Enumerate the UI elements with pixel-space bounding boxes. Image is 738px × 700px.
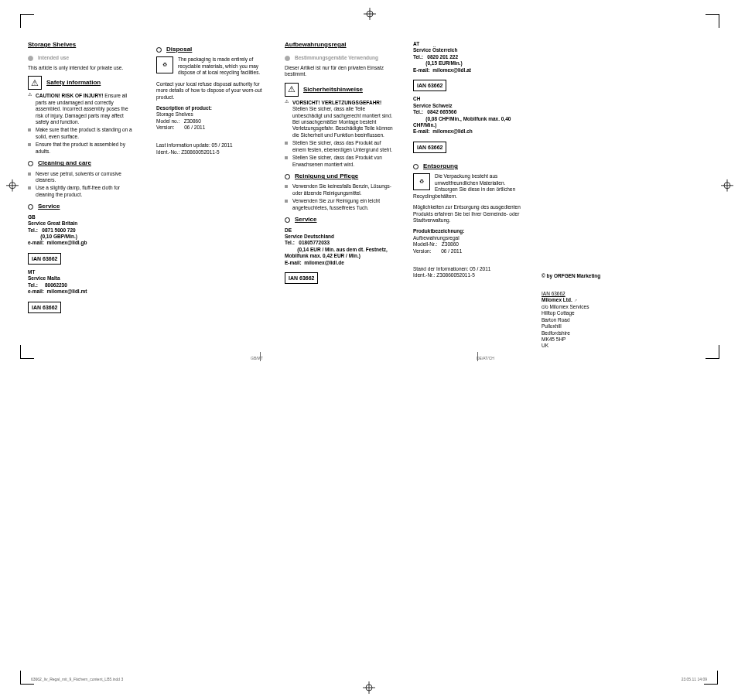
registration-mark-icon — [721, 179, 733, 193]
bullet-icon — [413, 164, 419, 169]
product-desc-de: Produktbezeichnung: Aufbewahrungsregal M… — [413, 228, 521, 254]
title-en: Storage Shelves — [28, 41, 136, 49]
bullet-icon — [285, 174, 290, 179]
crop-mark — [20, 14, 34, 28]
col-de-2: AT Service Österreich Tel.: 0820 201 222… — [413, 41, 521, 354]
company-info: IAN 63662 Milomex Ltd.↗ c/o Milomex Serv… — [542, 291, 650, 350]
ian-box: IAN 63662 — [413, 142, 446, 153]
ian-box: IAN 63662 — [28, 253, 61, 265]
service-gb: GB Service Great Britain Tel.: 0871 5000… — [28, 214, 136, 247]
cleaning-heading-de: Reinigung und Pflege — [295, 172, 358, 180]
title-de: Aufbewahrungsregal — [285, 41, 393, 49]
lower-blank-page: 63662_liv_Regal_mit_9_Fächern_content_LB… — [0, 371, 738, 700]
recycle-icon: ♻ — [156, 56, 173, 73]
safety-heading: Safety information — [46, 79, 101, 87]
disposal-text2: Contact your local refuse disposal autho… — [156, 81, 265, 101]
indesign-footer: 63662_liv_Regal_mit_9_Fächern_content_LB… — [31, 677, 707, 682]
service-de: DE Service Deutschland Tel.: 01805772033… — [285, 227, 393, 267]
safety-item: Stellen Sie sicher, dass das Produkt auf… — [285, 140, 393, 153]
safety-item: Stellen Sie sicher, dass das Produkt von… — [285, 155, 393, 168]
page-footer-1: GB/MT — [251, 356, 263, 361]
disposal-heading-de: Entsorgung — [423, 162, 458, 170]
clean-item: Verwenden Sie keinesfalls Benzin, Lösung… — [285, 183, 393, 196]
copyright: © by ORFGEN Marketing — [542, 273, 650, 279]
crop-mark — [706, 14, 719, 28]
registration-mark-icon — [364, 8, 376, 22]
col-en-2: Disposal ♻The packaging is made entirely… — [156, 41, 265, 354]
safety-item: VORSICHT! VERLETZUNGSGEFAHR! Stellen Sie… — [285, 100, 393, 139]
bullet-icon — [28, 204, 33, 210]
bullet-icon — [28, 56, 33, 61]
safety-item: CAUTION! RISK OF INJURY! Ensure all part… — [28, 93, 136, 125]
disposal-text: ♻The packaging is made entirely of recyc… — [156, 56, 265, 76]
cleaning-heading: Cleaning and care — [38, 159, 91, 167]
product-desc: Description of product: Storage Shelves … — [156, 105, 265, 131]
registration-mark-icon — [363, 681, 375, 695]
page-footer-2: DE/AT/CH — [477, 356, 494, 361]
safety-item: Make sure that the product is standing o… — [28, 127, 136, 140]
intended-heading: Intended use — [38, 55, 69, 61]
clean-item: Never use petrol, solvents or corrosive … — [28, 171, 136, 184]
intended-heading-de: Bestimmungsgemäße Verwendung — [295, 55, 378, 61]
warning-icon: ⚠ — [28, 76, 42, 90]
col-de-1: Aufbewahrungsregal Bestimmungsgemäße Ver… — [285, 41, 393, 354]
disposal-heading: Disposal — [166, 46, 192, 53]
intended-text: This article is only intended for privat… — [28, 65, 136, 71]
ian-box: IAN 63662 — [28, 302, 61, 313]
service-ch: CH Service Schweiz Tel.: 0842 665566 (0,… — [413, 96, 521, 135]
fold-mark — [260, 352, 261, 361]
update-info-de: Stand der Informationen: 05 / 2011 Ident… — [413, 266, 521, 279]
document-page: Storage Shelves Intended use This articl… — [20, 14, 719, 359]
ian-box: IAN 63662 — [285, 272, 318, 284]
export-date: 23.05.11 14:09 — [682, 677, 707, 682]
file-name: 63662_liv_Regal_mit_9_Fächern_content_LB… — [31, 677, 123, 682]
intended-text-de: Dieser Artikel ist nur für den privaten … — [285, 65, 393, 78]
disposal-text2-de: Möglichkeiten zur Entsorgung des ausgedi… — [413, 204, 521, 224]
recycle-icon: ♻ — [413, 173, 430, 190]
clean-item: Verwenden Sie zur Reinigung ein leicht a… — [285, 198, 393, 211]
bullet-icon — [285, 217, 290, 223]
safety-heading-de: Sicherheitshinweise — [303, 86, 363, 94]
ian-box: IAN 63662 — [413, 80, 446, 91]
bullet-icon — [28, 161, 33, 166]
bullet-icon — [156, 47, 162, 53]
content-columns: Storage Shelves Intended use This articl… — [28, 41, 712, 354]
disposal-text-de: ♻Die Verpackung besteht aus umweltfreund… — [413, 173, 521, 200]
registration-mark-icon — [6, 179, 19, 193]
update-info: Last information update: 05 / 2011 Ident… — [156, 142, 265, 155]
safety-item: Ensure that the product is assembled by … — [28, 142, 136, 155]
service-heading: Service — [38, 203, 60, 210]
clean-item: Use a slightly damp, fluff-free cloth fo… — [28, 185, 136, 198]
fold-mark — [477, 352, 478, 361]
col-en-1: Storage Shelves Intended use This articl… — [28, 41, 136, 354]
bullet-icon — [285, 56, 290, 61]
arrow-icon: ↗ — [574, 298, 577, 303]
service-mt: MT Service Malta Tel.: 80062230 e-mail: … — [28, 269, 136, 295]
service-at: AT Service Österreich Tel.: 0820 201 222… — [413, 41, 521, 73]
warning-icon: ⚠ — [285, 83, 299, 97]
service-heading-de: Service — [295, 216, 316, 224]
col-back: © by ORFGEN Marketing IAN 63662 Milomex … — [542, 41, 650, 354]
